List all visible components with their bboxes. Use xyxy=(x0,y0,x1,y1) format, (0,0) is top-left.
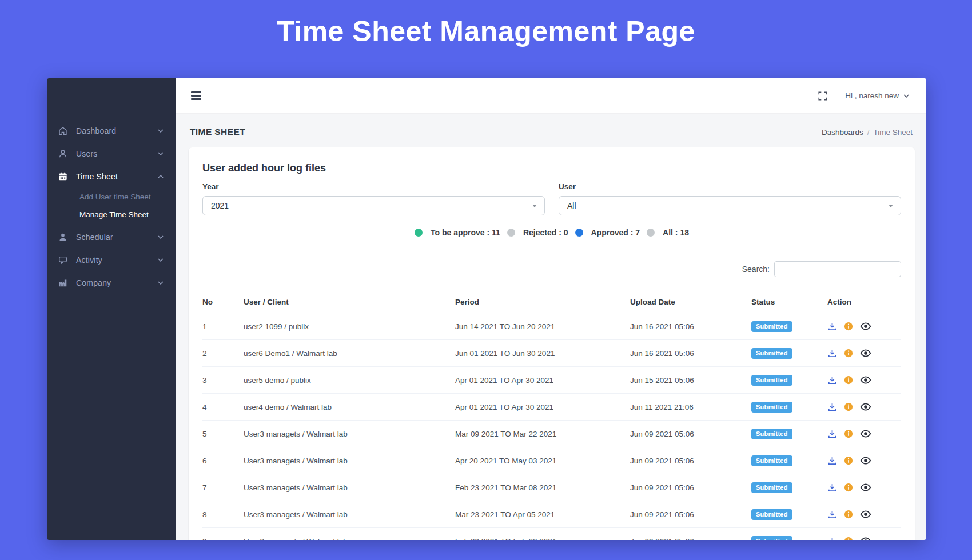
chat-icon xyxy=(58,255,69,265)
calendar-icon xyxy=(58,171,69,182)
download-icon[interactable] xyxy=(827,402,837,412)
column-upload-date: Upload Date xyxy=(630,291,751,313)
status-badge: Submitted xyxy=(751,536,792,541)
chevron-down-icon xyxy=(158,152,164,155)
search-input[interactable] xyxy=(774,261,901,277)
eye-icon[interactable] xyxy=(860,455,871,466)
download-icon[interactable] xyxy=(827,429,837,439)
breadcrumb: Dashboards / Time Sheet xyxy=(822,128,913,137)
download-icon[interactable] xyxy=(827,375,837,385)
info-icon[interactable] xyxy=(843,482,854,493)
fullscreen-button[interactable] xyxy=(818,91,828,101)
cell-upload-date: Jun 09 2021 05:06 xyxy=(630,421,751,447)
cell-status: Submitted xyxy=(751,501,827,528)
table-header: No User / Client Period Upload Date Stat… xyxy=(202,291,901,313)
table-row: 8 User3 managets / Walmart lab Mar 23 20… xyxy=(202,501,901,528)
cell-status: Submitted xyxy=(751,474,827,501)
card-heading: User added hour log files xyxy=(202,162,901,174)
eye-icon[interactable] xyxy=(860,401,871,413)
info-icon[interactable] xyxy=(843,375,854,385)
user-menu-button[interactable]: Hi , naresh new xyxy=(842,91,913,101)
cell-period: Feb 09 2021 TO Feb 22 2021 xyxy=(455,528,630,541)
download-icon[interactable] xyxy=(827,537,837,541)
user-icon xyxy=(58,149,69,159)
green-dot-icon xyxy=(415,229,423,237)
cell-period: Apr 01 2021 TO Apr 30 2021 xyxy=(455,367,630,394)
info-icon[interactable] xyxy=(843,321,854,331)
banner-title: Time Sheet Management Page xyxy=(277,15,695,48)
cell-action xyxy=(827,501,901,528)
cell-period: Mar 09 2021 TO Mar 22 2021 xyxy=(455,421,630,447)
sidebar-item-activity[interactable]: Activity xyxy=(47,249,176,271)
table-row: 1 user2 1099 / publix Jun 14 2021 TO Jun… xyxy=(202,313,901,340)
eye-icon[interactable] xyxy=(860,321,871,332)
info-icon[interactable] xyxy=(843,348,854,358)
sidebar-item-label: Dashboard xyxy=(76,126,158,135)
sidebar: Dashboard Users xyxy=(47,78,176,540)
sidebar-item-dashboard[interactable]: Dashboard xyxy=(47,119,176,142)
download-icon[interactable] xyxy=(827,322,837,331)
timesheet-card: User added hour log files Year 2021 User… xyxy=(189,147,915,540)
cell-action xyxy=(827,528,901,541)
sidebar-item-label: Users xyxy=(76,149,158,158)
eye-icon[interactable] xyxy=(860,374,871,386)
sidebar-item-add-user-time-sheet[interactable]: Add User time Sheet xyxy=(47,188,176,206)
sidebar-item-schedular[interactable]: Schedular xyxy=(47,226,176,249)
page-header: TIME SHEET Dashboards / Time Sheet xyxy=(176,114,926,146)
year-select[interactable]: 2021 xyxy=(202,196,545,215)
topbar: Hi , naresh new xyxy=(176,78,926,114)
sidebar-item-time-sheet[interactable]: Time Sheet xyxy=(47,165,176,188)
info-icon[interactable] xyxy=(843,455,854,466)
info-icon[interactable] xyxy=(843,402,854,412)
download-icon[interactable] xyxy=(827,483,837,493)
cell-user-client: user4 demo / Walmart lab xyxy=(244,394,455,421)
menu-toggle-button[interactable] xyxy=(190,89,202,102)
eye-icon[interactable] xyxy=(860,347,871,359)
cell-user-client: User3 managets / Walmart lab xyxy=(244,421,455,447)
info-icon[interactable] xyxy=(843,429,854,439)
breadcrumb-dashboards[interactable]: Dashboards xyxy=(822,128,863,137)
cell-upload-date: Jun 16 2021 05:06 xyxy=(630,340,751,367)
status-badge: Submitted xyxy=(751,509,792,520)
cell-no: 4 xyxy=(202,394,244,421)
cell-no: 5 xyxy=(202,421,244,447)
banner: Time Sheet Management Page xyxy=(0,0,972,63)
column-period: Period xyxy=(455,291,630,313)
sidebar-item-manage-time-sheet[interactable]: Manage Time Sheet xyxy=(47,206,176,223)
eye-icon[interactable] xyxy=(860,509,871,520)
cell-user-client: User3 managets / Walmart lab xyxy=(244,474,455,501)
eye-icon[interactable] xyxy=(860,482,871,493)
info-icon[interactable] xyxy=(843,536,854,540)
app-window: Dashboard Users xyxy=(47,78,926,540)
status-badge: Submitted xyxy=(751,321,792,332)
cell-upload-date: Jun 15 2021 05:06 xyxy=(630,367,751,394)
cell-upload-date: Jun 09 2021 05:06 xyxy=(630,501,751,528)
sidebar-item-users[interactable]: Users xyxy=(47,142,176,165)
status-badge: Submitted xyxy=(751,375,792,386)
table-row: 4 user4 demo / Walmart lab Apr 01 2021 T… xyxy=(202,394,901,421)
home-icon xyxy=(58,126,69,136)
sidebar-item-company[interactable]: Company xyxy=(47,271,176,294)
info-icon[interactable] xyxy=(843,509,854,519)
download-icon[interactable] xyxy=(827,510,837,519)
cell-user-client: User3 managets / Walmart lab xyxy=(244,528,455,541)
download-icon[interactable] xyxy=(827,349,837,358)
gray-dot-icon xyxy=(647,229,655,237)
eye-icon[interactable] xyxy=(860,535,871,540)
sidebar-submenu-time-sheet: Add User time Sheet Manage Time Sheet xyxy=(47,188,176,226)
cell-user-client: User3 managets / Walmart lab xyxy=(244,447,455,474)
timesheet-table: No User / Client Period Upload Date Stat… xyxy=(202,291,901,540)
download-icon[interactable] xyxy=(827,456,837,466)
sidebar-item-label: Time Sheet xyxy=(76,172,158,181)
search-row: Search: xyxy=(202,261,901,277)
cell-no: 6 xyxy=(202,447,244,474)
eye-icon[interactable] xyxy=(860,428,871,439)
table-row: 9 User3 managets / Walmart lab Feb 09 20… xyxy=(202,528,901,541)
user-select[interactable]: All xyxy=(559,196,901,215)
blue-dot-icon xyxy=(575,229,583,237)
table-row: 7 User3 managets / Walmart lab Feb 23 20… xyxy=(202,474,901,501)
cell-period: Mar 23 2021 TO Apr 05 2021 xyxy=(455,501,630,528)
person-icon xyxy=(58,232,69,242)
user-select-value: All xyxy=(567,201,576,210)
cell-period: Apr 20 2021 TO May 03 2021 xyxy=(455,447,630,474)
